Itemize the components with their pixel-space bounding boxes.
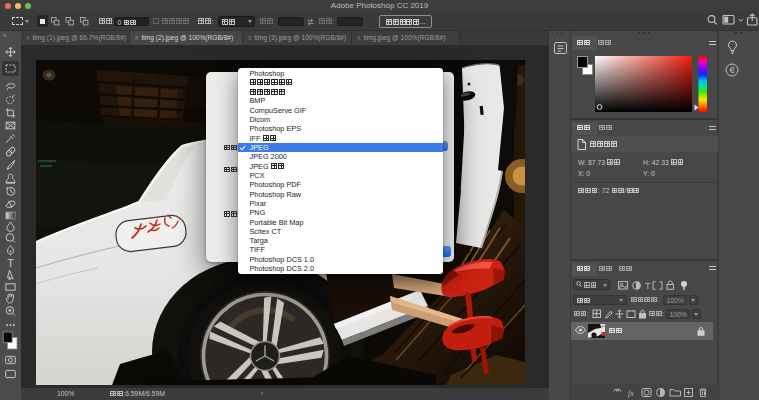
svg-text:fx: fx (628, 388, 634, 397)
svg-text:T: T (645, 280, 651, 290)
svg-text:T: T (7, 257, 14, 269)
